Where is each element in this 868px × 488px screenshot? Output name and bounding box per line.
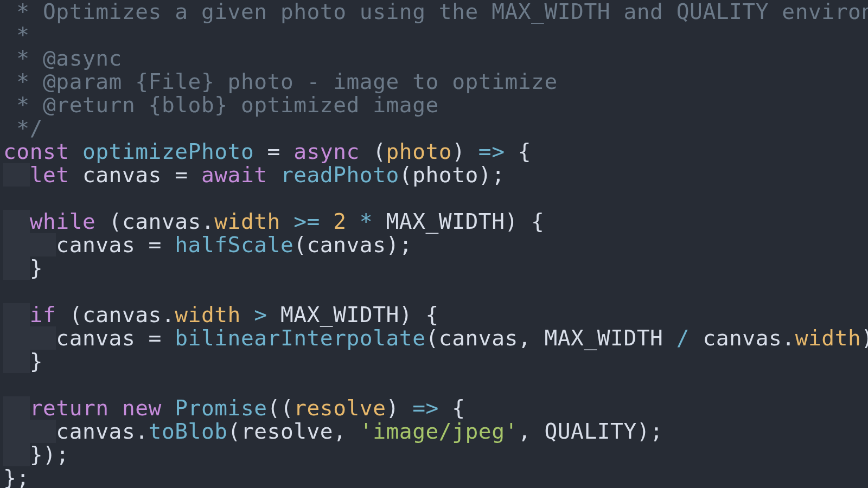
op-div: / [663,325,703,350]
var-canvas: canvas [703,325,782,350]
comment-line: * @param {File} photo - image to optimiz… [3,69,558,94]
var-canvas: canvas [122,209,201,234]
comment-line: */ [3,115,43,140]
paren: ) [452,139,478,164]
prop-width: width [214,209,280,234]
kw-const: const [3,139,69,164]
space [162,395,175,420]
paren: ( [56,302,82,327]
prop-width: width [795,325,861,350]
paren: ( [360,139,386,164]
var-canvas: canvas [56,419,135,444]
op-assign: = [162,162,201,187]
paren-brace: ) { [505,209,544,234]
kw-return: return [30,395,109,420]
str-mime: 'image/jpeg' [360,419,518,444]
indent [3,210,30,233]
comment-line: * Optimizes a given photo using the MAX_… [3,0,868,24]
op-mul: * [347,209,386,234]
dot: . [201,209,214,234]
fn-name: optimizePhoto [82,139,254,164]
var-canvas: canvas [82,302,162,327]
dot: . [782,325,795,350]
paren: ( [95,209,122,234]
dot: . [162,302,175,327]
var-canvas: canvas [56,232,135,257]
comma: , [518,325,545,350]
const-quality: QUALITY [544,419,636,444]
fn-bilinearInterpolate: bilinearInterpolate [175,325,425,350]
fn-halfScale: halfScale [175,232,293,257]
brace: { [505,139,531,164]
paren: (( [267,395,294,420]
arrow: => [478,139,505,164]
comma: , [333,419,360,444]
const-maxwidth: MAX_WIDTH [544,325,663,350]
indent [3,443,30,466]
indent [3,396,30,420]
paren: ( [399,162,412,187]
indent [3,326,56,350]
kw-while: while [30,209,96,234]
paren: ( [228,419,241,444]
paren: ( [426,325,439,350]
op-assign: = [135,325,175,350]
brace-close: } [30,255,43,280]
num-2: 2 [333,209,346,234]
op-assign: = [135,232,175,257]
kw-if: if [30,302,56,327]
arg-canvas: canvas [307,232,386,257]
space [69,162,82,187]
space [69,139,82,164]
code-editor[interactable]: * Optimizes a given photo using the MAX_… [0,0,868,488]
indent [3,233,56,256]
const-maxwidth: MAX_WIDTH [386,209,505,234]
brace: { [439,395,465,420]
kw-await: await [201,162,267,187]
indent [3,420,56,443]
param: photo [386,139,452,164]
paren-brace: ) { [399,302,439,327]
space [109,395,122,420]
arrow: => [412,395,439,420]
kw-async: async [293,139,360,164]
arg-canvas: canvas [439,325,518,350]
const-maxwidth: MAX_WIDTH [280,302,399,327]
indent [3,256,30,280]
var-canvas: canvas [82,162,162,187]
prop-width: width [175,302,241,327]
close-fn: }; [3,465,30,488]
paren-semi: ); [861,325,868,350]
indent [3,350,30,373]
comment-line: * [3,22,30,47]
paren-semi: ); [478,162,505,187]
fn-toBlob: toBlob [149,419,228,444]
arg-resolve: resolve [241,419,333,444]
var-canvas: canvas [56,325,135,350]
paren-semi: ); [386,232,413,257]
comment-line: * @async [3,46,122,70]
paren: ) [386,395,413,420]
paren-semi: ); [637,419,663,444]
brace-close: } [30,349,43,374]
arg-photo: photo [412,162,478,187]
indent [3,303,30,326]
indent [3,163,30,187]
op-assign: = [254,139,293,164]
space [267,162,280,187]
param-resolve: resolve [293,395,386,420]
close-promise: }); [30,442,69,467]
op-gt: > [241,302,280,327]
op-gte: >= [280,209,333,234]
comma: , [518,419,545,444]
kw-let: let [30,162,69,187]
cls-Promise: Promise [175,395,267,420]
fn-readPhoto: readPhoto [280,162,399,187]
kw-new: new [122,395,162,420]
comment-line: * @return {blob} optimized image [3,92,439,117]
paren: ( [293,232,307,257]
dot: . [135,419,148,444]
